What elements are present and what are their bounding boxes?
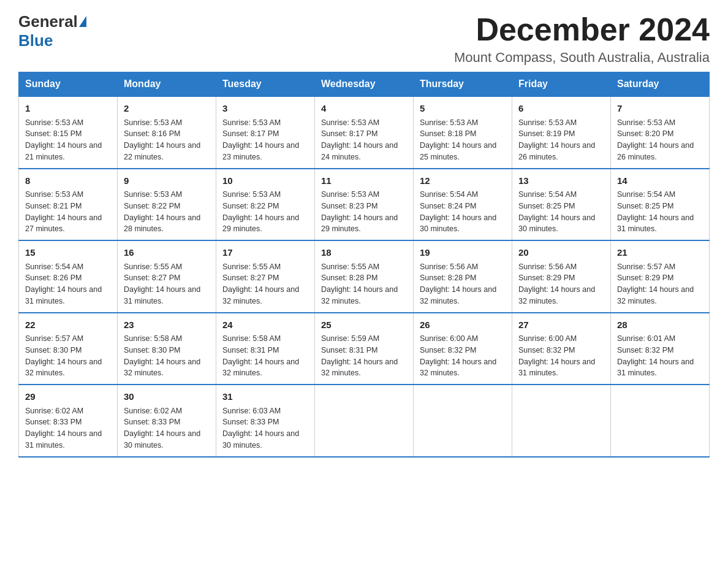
title-area: December 2024 Mount Compass, South Austr… [454,12,710,66]
weekday-header-sunday: Sunday [19,72,118,97]
day-info: Sunrise: 6:00 AMSunset: 8:32 PMDaylight:… [518,333,604,379]
calendar-cell: 26Sunrise: 6:00 AMSunset: 8:32 PMDayligh… [414,313,512,385]
day-number: 30 [124,390,210,404]
day-number: 18 [321,246,407,260]
weekday-header-friday: Friday [512,72,611,97]
day-number: 29 [25,390,111,404]
day-info: Sunrise: 5:53 AMSunset: 8:17 PMDaylight:… [321,117,407,163]
day-info: Sunrise: 5:53 AMSunset: 8:15 PMDaylight:… [25,117,111,163]
day-info: Sunrise: 5:58 AMSunset: 8:31 PMDaylight:… [222,333,308,379]
calendar-cell: 7Sunrise: 5:53 AMSunset: 8:20 PMDaylight… [611,96,710,169]
week-row-2: 8Sunrise: 5:53 AMSunset: 8:21 PMDaylight… [19,169,710,241]
calendar-table: SundayMondayTuesdayWednesdayThursdayFrid… [18,72,710,458]
day-info: Sunrise: 5:57 AMSunset: 8:30 PMDaylight:… [25,333,111,379]
week-row-5: 29Sunrise: 6:02 AMSunset: 8:33 PMDayligh… [19,385,710,457]
day-info: Sunrise: 5:55 AMSunset: 8:27 PMDaylight:… [222,261,308,307]
weekday-header-thursday: Thursday [414,72,512,97]
day-info: Sunrise: 5:59 AMSunset: 8:31 PMDaylight:… [321,333,407,379]
day-number: 15 [25,246,111,260]
week-row-1: 1Sunrise: 5:53 AMSunset: 8:15 PMDaylight… [19,96,710,169]
calendar-cell: 3Sunrise: 5:53 AMSunset: 8:17 PMDaylight… [216,96,315,169]
day-number: 3 [222,102,308,116]
calendar-cell: 27Sunrise: 6:00 AMSunset: 8:32 PMDayligh… [512,313,611,385]
logo-general-text: General [18,12,78,31]
day-number: 28 [617,318,703,332]
weekday-header-monday: Monday [118,72,216,97]
day-number: 2 [124,102,210,116]
day-info: Sunrise: 6:02 AMSunset: 8:33 PMDaylight:… [25,405,111,451]
calendar-cell: 4Sunrise: 5:53 AMSunset: 8:17 PMDaylight… [315,96,414,169]
calendar-cell: 29Sunrise: 6:02 AMSunset: 8:33 PMDayligh… [19,385,118,457]
day-info: Sunrise: 6:00 AMSunset: 8:32 PMDaylight:… [420,333,506,379]
calendar-cell: 21Sunrise: 5:57 AMSunset: 8:29 PMDayligh… [611,240,710,313]
weekday-header-row: SundayMondayTuesdayWednesdayThursdayFrid… [19,72,710,97]
day-number: 27 [518,318,604,332]
calendar-cell: 31Sunrise: 6:03 AMSunset: 8:33 PMDayligh… [216,385,315,457]
day-number: 20 [518,246,604,260]
location-title: Mount Compass, South Australia, Australi… [454,50,710,66]
calendar-cell [512,385,611,457]
day-info: Sunrise: 6:01 AMSunset: 8:32 PMDaylight:… [617,333,703,379]
day-number: 22 [25,318,111,332]
logo-triangle-icon [79,16,86,27]
calendar-cell: 15Sunrise: 5:54 AMSunset: 8:26 PMDayligh… [19,240,118,313]
day-number: 11 [321,174,407,188]
month-title: December 2024 [454,12,710,47]
day-number: 10 [222,174,308,188]
calendar-cell: 5Sunrise: 5:53 AMSunset: 8:18 PMDaylight… [414,96,512,169]
calendar-cell: 30Sunrise: 6:02 AMSunset: 8:33 PMDayligh… [118,385,216,457]
day-number: 31 [222,390,308,404]
day-number: 7 [617,102,703,116]
day-info: Sunrise: 6:02 AMSunset: 8:33 PMDaylight:… [124,405,210,451]
day-info: Sunrise: 5:53 AMSunset: 8:17 PMDaylight:… [222,117,308,163]
day-info: Sunrise: 5:53 AMSunset: 8:22 PMDaylight:… [222,189,308,235]
day-number: 21 [617,246,703,260]
calendar-cell: 23Sunrise: 5:58 AMSunset: 8:30 PMDayligh… [118,313,216,385]
day-number: 26 [420,318,506,332]
calendar-cell: 10Sunrise: 5:53 AMSunset: 8:22 PMDayligh… [216,169,315,241]
day-number: 8 [25,174,111,188]
day-info: Sunrise: 5:54 AMSunset: 8:25 PMDaylight:… [617,189,703,235]
calendar-cell: 13Sunrise: 5:54 AMSunset: 8:25 PMDayligh… [512,169,611,241]
day-number: 14 [617,174,703,188]
day-info: Sunrise: 5:53 AMSunset: 8:16 PMDaylight:… [124,117,210,163]
week-row-3: 15Sunrise: 5:54 AMSunset: 8:26 PMDayligh… [19,240,710,313]
calendar-cell: 25Sunrise: 5:59 AMSunset: 8:31 PMDayligh… [315,313,414,385]
calendar-cell: 18Sunrise: 5:55 AMSunset: 8:28 PMDayligh… [315,240,414,313]
calendar-cell: 1Sunrise: 5:53 AMSunset: 8:15 PMDaylight… [19,96,118,169]
day-number: 23 [124,318,210,332]
calendar-cell: 2Sunrise: 5:53 AMSunset: 8:16 PMDaylight… [118,96,216,169]
day-number: 6 [518,102,604,116]
logo: General Blue [18,12,86,50]
day-info: Sunrise: 5:58 AMSunset: 8:30 PMDaylight:… [124,333,210,379]
calendar-cell [611,385,710,457]
calendar-cell: 17Sunrise: 5:55 AMSunset: 8:27 PMDayligh… [216,240,315,313]
calendar-cell: 28Sunrise: 6:01 AMSunset: 8:32 PMDayligh… [611,313,710,385]
calendar-cell: 12Sunrise: 5:54 AMSunset: 8:24 PMDayligh… [414,169,512,241]
calendar-cell: 14Sunrise: 5:54 AMSunset: 8:25 PMDayligh… [611,169,710,241]
calendar-cell [315,385,414,457]
day-number: 24 [222,318,308,332]
calendar-cell: 24Sunrise: 5:58 AMSunset: 8:31 PMDayligh… [216,313,315,385]
calendar-cell: 9Sunrise: 5:53 AMSunset: 8:22 PMDaylight… [118,169,216,241]
day-info: Sunrise: 5:56 AMSunset: 8:28 PMDaylight:… [420,261,506,307]
calendar-cell: 11Sunrise: 5:53 AMSunset: 8:23 PMDayligh… [315,169,414,241]
day-info: Sunrise: 5:53 AMSunset: 8:21 PMDaylight:… [25,189,111,235]
day-info: Sunrise: 6:03 AMSunset: 8:33 PMDaylight:… [222,405,308,451]
calendar-cell [414,385,512,457]
header: General Blue December 2024 Mount Compass… [18,12,710,66]
day-info: Sunrise: 5:57 AMSunset: 8:29 PMDaylight:… [617,261,703,307]
calendar-cell: 8Sunrise: 5:53 AMSunset: 8:21 PMDaylight… [19,169,118,241]
weekday-header-saturday: Saturday [611,72,710,97]
day-number: 12 [420,174,506,188]
calendar-cell: 16Sunrise: 5:55 AMSunset: 8:27 PMDayligh… [118,240,216,313]
calendar-cell: 20Sunrise: 5:56 AMSunset: 8:29 PMDayligh… [512,240,611,313]
day-info: Sunrise: 5:53 AMSunset: 8:20 PMDaylight:… [617,117,703,163]
day-info: Sunrise: 5:56 AMSunset: 8:29 PMDaylight:… [518,261,604,307]
calendar-cell: 22Sunrise: 5:57 AMSunset: 8:30 PMDayligh… [19,313,118,385]
logo-blue-text: Blue [18,31,53,50]
day-number: 9 [124,174,210,188]
day-info: Sunrise: 5:53 AMSunset: 8:22 PMDaylight:… [124,189,210,235]
day-number: 4 [321,102,407,116]
day-info: Sunrise: 5:54 AMSunset: 8:24 PMDaylight:… [420,189,506,235]
